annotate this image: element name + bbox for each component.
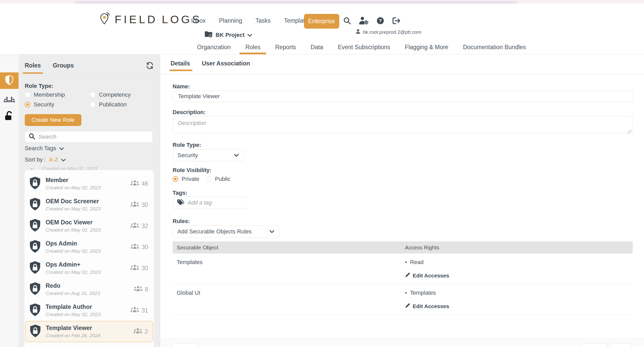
rules-label: Rules: xyxy=(173,218,190,225)
radio-security[interactable]: Security xyxy=(25,101,90,108)
radio-private[interactable]: Private xyxy=(173,176,199,182)
chevron-down-icon xyxy=(269,230,274,233)
radio-competency[interactable]: Competency xyxy=(90,91,151,98)
rail-divider xyxy=(4,93,14,93)
tags-label: Tags: xyxy=(173,190,187,196)
role-count-value: 31 xyxy=(141,307,148,314)
securable-object-cell: Global UI xyxy=(173,290,405,309)
tag-input[interactable] xyxy=(188,199,263,206)
rail-item-lock[interactable] xyxy=(0,111,19,122)
nav-inbox[interactable]: Inbox xyxy=(191,17,206,24)
radio-circle xyxy=(90,102,96,107)
rule-row-templates: Templates Read Edit Accesses xyxy=(173,253,633,284)
description-field[interactable] xyxy=(173,116,633,133)
role-details-panel: Details User Association Name: Descripti… xyxy=(160,54,644,347)
name-label: Name: xyxy=(173,83,190,90)
edit-accesses-label: Edit Accesses xyxy=(413,273,449,279)
radio-circle xyxy=(25,92,30,98)
help-icon[interactable]: ? xyxy=(376,17,384,25)
save-button[interactable]: Save xyxy=(610,343,632,347)
users-group-icon xyxy=(130,264,139,272)
tab-user-association[interactable]: User Association xyxy=(202,60,250,67)
resize-handle[interactable] xyxy=(628,130,631,133)
roles-panel-tabs: Roles Groups xyxy=(25,60,154,71)
sign-out-icon[interactable] xyxy=(392,17,401,24)
tag-icon xyxy=(177,199,184,207)
radio-publication[interactable]: Publication xyxy=(90,101,151,108)
divider xyxy=(160,74,644,74)
role-row-redo[interactable]: RedoCreated on Aug 16, 2023 8 xyxy=(24,279,154,300)
chevron-down-icon xyxy=(234,154,239,157)
role-search-input[interactable] xyxy=(38,133,149,140)
rule-row-global-ui: Global UI Templates Edit Accesses xyxy=(173,284,633,315)
role-name: Redo xyxy=(46,282,100,289)
role-count-value: 8 xyxy=(145,286,148,293)
edit-accesses-link[interactable]: Edit Accesses xyxy=(405,303,449,309)
browser-tab[interactable] xyxy=(74,1,518,4)
user-gear-icon[interactable] xyxy=(359,16,369,25)
nav-tasks[interactable]: Tasks xyxy=(256,17,271,24)
role-visibility-label: Role Visibility: xyxy=(173,167,211,174)
users-group-icon xyxy=(134,285,142,293)
role-type-label: Role Type: xyxy=(173,142,201,148)
radio-circle xyxy=(90,92,96,98)
access-rights-cell: Templates Edit Accesses xyxy=(405,290,449,309)
fieldlogs-logo[interactable]: FIELDLOGS xyxy=(99,12,202,27)
sort-by-toggle[interactable]: Sort by : A-Z xyxy=(25,156,66,163)
shield-lock-icon xyxy=(29,240,41,254)
radio-circle xyxy=(25,102,30,107)
revert-button[interactable]: Revert xyxy=(581,343,607,347)
chevron-down-icon xyxy=(59,145,64,152)
nav-planning[interactable]: Planning xyxy=(219,17,242,24)
refresh-icon[interactable] xyxy=(146,62,154,69)
role-row-ops-admin-plus[interactable]: Ops Admin+Created on May 02, 2023 30 xyxy=(24,258,154,279)
role-row-oem-doc-viewer[interactable]: OEM Doc ViewerCreated on May 02, 2023 32 xyxy=(24,215,154,236)
search-icon[interactable] xyxy=(343,17,351,25)
create-new-role-button[interactable]: Create New Role xyxy=(25,114,81,126)
access-right: Read xyxy=(405,259,449,266)
rules-select[interactable]: Add Securable Objects Rules xyxy=(173,225,279,238)
role-row-template-viewer[interactable]: Template ViewerCreated on Feb 28, 2024 2 xyxy=(25,321,153,342)
roles-list: MemberCreated on May 02, 2023 46 OEM Doc… xyxy=(24,170,154,347)
enterprise-button[interactable]: Enterprise xyxy=(304,14,339,29)
radio-label: Private xyxy=(182,176,199,182)
users-group-icon xyxy=(130,201,139,209)
rules-table-header: Securable Object Access Rights xyxy=(173,241,633,253)
project-switcher[interactable]: BK Project xyxy=(204,30,252,39)
search-tags-toggle[interactable]: Search Tags xyxy=(25,145,64,152)
rail-item-bridge[interactable] xyxy=(0,96,19,104)
tab-roles-list[interactable]: Roles xyxy=(25,62,41,69)
project-name: BK Project xyxy=(216,32,244,38)
role-created: Created on May 02, 2023 xyxy=(46,185,101,191)
role-user-count: 8 xyxy=(134,285,148,293)
rail-item-security[interactable] xyxy=(0,72,19,89)
shield-lock-icon xyxy=(29,324,41,339)
tab-details[interactable]: Details xyxy=(171,60,190,67)
role-name: OEM Doc Viewer xyxy=(46,219,101,226)
role-created: Created on Aug 16, 2023 xyxy=(46,291,100,296)
role-row-member[interactable]: MemberCreated on May 02, 2023 46 xyxy=(24,173,154,194)
role-row-oem-doc-screener[interactable]: OEM Doc ScreenerCreated on May 02, 2023 … xyxy=(24,194,154,215)
user-email-text: bk.root.preprod.2@ptt.com xyxy=(363,29,421,35)
shield-lock-icon xyxy=(29,219,41,233)
role-created: Created on May 02, 2023 xyxy=(46,206,101,212)
role-type-select[interactable]: Security xyxy=(173,149,244,161)
radio-membership[interactable]: Membership xyxy=(25,91,90,98)
radio-public[interactable]: Public xyxy=(206,176,230,182)
role-name: Ops Admin xyxy=(46,240,101,247)
tab-groups-list[interactable]: Groups xyxy=(53,62,74,69)
delete-button[interactable]: Delete xyxy=(172,343,198,347)
role-created: Created on May 02, 2023 xyxy=(46,248,101,254)
radio-label: Competency xyxy=(99,91,131,98)
shield-half-icon xyxy=(5,75,14,86)
pencil-icon xyxy=(405,303,410,309)
role-row-template-author[interactable]: Template AuthorCreated on May 02, 2023 3… xyxy=(24,300,154,321)
role-user-count: 32 xyxy=(130,222,148,230)
role-user-count: 30 xyxy=(130,201,148,209)
edit-accesses-link[interactable]: Edit Accesses xyxy=(405,272,449,279)
role-row-ops-admin[interactable]: Ops AdminCreated on May 02, 2023 30 xyxy=(24,236,154,258)
name-field[interactable] xyxy=(173,91,633,102)
user-email: bk.root.preprod.2@ptt.com xyxy=(355,29,421,35)
role-user-count: 31 xyxy=(130,307,148,314)
role-count-value: 32 xyxy=(141,223,148,230)
